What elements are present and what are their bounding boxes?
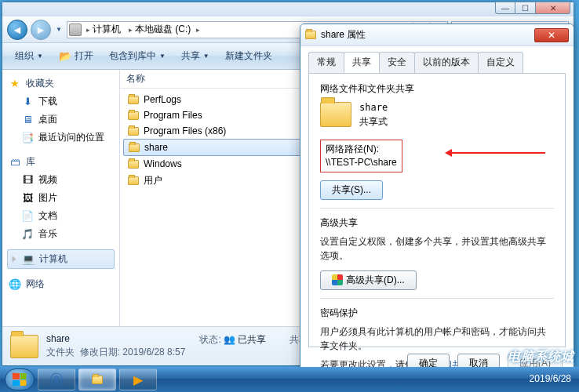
people-icon: 👥 [224,334,235,345]
music-icon: 🎵 [21,228,34,241]
close-button[interactable]: ✕ [536,2,570,14]
sidebar-item-recent[interactable]: 📑最近访问的位置 [7,129,115,147]
folder-icon [305,31,316,39]
tab-content-sharing: 网络文件和文件夹共享 share 共享式 网络路径(N): \\TEST-PC\… [308,73,566,347]
tab-security[interactable]: 安全 [379,52,415,73]
network-icon: 🌐 [9,278,21,291]
sidebar-item-desktop[interactable]: 🖥桌面 [7,111,115,129]
include-library-menu[interactable]: 包含到库中▼ [103,46,172,66]
network-path-label: 网络路径(N): [326,143,397,156]
details-name: share [46,333,185,344]
folder-icon [92,376,103,384]
share-name: share [359,100,388,114]
dialog-titlebar[interactable]: share 属性 ✕ [300,24,574,46]
recent-icon: 📑 [21,132,34,144]
tab-sharing[interactable]: 共享 [344,52,380,73]
libraries-header[interactable]: 🗃库 [7,153,115,171]
section-advanced-title: 高级共享 [320,216,554,230]
details-status-label: 状态: [199,334,220,345]
folder-icon [128,160,139,169]
new-folder-button[interactable]: 新建文件夹 [219,46,279,66]
taskbar-clock[interactable]: 2019/6/28 [530,374,574,384]
network-path-box: 网络路径(N): \\TEST-PC\share [320,140,402,172]
folder-icon [128,127,139,136]
share-menu[interactable]: 共享▼ [175,46,216,66]
breadcrumb-computer[interactable]: ▸计算机 [83,22,124,38]
share-button[interactable]: 共享(S)... [320,180,383,200]
annotation-arrow [451,152,545,154]
desktop-icon: 🖥 [21,114,34,126]
tab-general[interactable]: 常规 [308,52,344,73]
details-status-value: 已共享 [238,334,266,345]
details-type: 文件夹 [46,347,75,358]
breadcrumb-label: 计算机 [93,23,121,36]
tab-customize[interactable]: 自定义 [478,52,523,73]
sidebar-item-network[interactable]: 🌐网络 [7,275,115,293]
picture-icon: 🖼 [21,192,34,205]
taskbar-date: 2019/6/28 [530,374,571,384]
shield-icon [332,274,343,285]
share-folder-icon [320,102,351,127]
star-icon: ★ [9,78,21,90]
taskbar-app-media[interactable]: ▶ [119,368,157,390]
organize-menu[interactable]: 组织▼ [9,46,49,66]
download-icon: ⬇ [21,96,34,108]
minimize-button[interactable]: — [495,2,515,14]
sidebar-item-computer[interactable]: 💻计算机 [7,249,115,269]
favorites-header[interactable]: ★收藏夹 [7,74,115,93]
folder-icon [128,111,139,120]
dialog-title: share 属性 [321,28,366,42]
sidebar-item-music[interactable]: 🎵音乐 [7,225,115,243]
document-icon: 📄 [21,210,34,223]
breadcrumb-drive[interactable]: ▸本地磁盘 (C:)▸ [126,22,203,38]
library-icon: 🗃 [9,156,21,169]
sidebar-item-pictures[interactable]: 🖼图片 [7,189,115,207]
drive-icon [69,24,82,36]
details-mod-value: 2019/6/28 8:57 [122,347,185,358]
advanced-desc: 设置自定义权限，创建多个共享，并设置其他高级共享选项。 [320,234,554,263]
maximize-button[interactable]: ☐ [515,2,536,14]
section-password-title: 密码保护 [320,307,554,320]
taskbar-app-ie[interactable]: ⓔ [38,368,75,390]
details-mod-label: 修改日期: [80,347,120,358]
folder-icon [128,96,139,104]
back-button[interactable]: ◄ [7,20,27,40]
open-icon: 📂 [59,50,71,63]
history-dropdown[interactable]: ▼ [54,22,64,38]
advanced-sharing-button[interactable]: 高级共享(D)... [320,270,417,290]
taskbar: ⓔ ▶ 2019/6/28 [0,367,579,392]
window-controls: — ☐ ✕ [495,2,570,14]
dialog-close-button[interactable]: ✕ [534,28,569,42]
folder-icon [129,143,140,152]
breadcrumb-label: 本地磁盘 (C:) [135,23,191,36]
folder-icon-large [10,335,38,358]
computer-icon: 💻 [22,253,35,266]
tab-previous-versions[interactable]: 以前的版本 [414,52,479,73]
section-network-share-title: 网络文件和文件夹共享 [320,82,554,96]
watermark: 电脑系统城 [508,349,574,365]
explorer-titlebar[interactable]: — ☐ ✕ [2,2,574,16]
navigation-pane: ★收藏夹 ⬇下载 🖥桌面 📑最近访问的位置 🗃库 🎞视频 🖼图片 📄文档 🎵音乐… [2,70,120,326]
sidebar-item-videos[interactable]: 🎞视频 [7,171,115,189]
sidebar-item-downloads[interactable]: ⬇下载 [7,93,115,111]
properties-dialog: share 属性 ✕ 常规 共享 安全 以前的版本 自定义 网络文件和文件夹共享… [300,24,574,384]
expand-icon[interactable] [13,256,16,263]
taskbar-app-explorer[interactable] [78,368,116,390]
forward-button[interactable]: ► [31,20,51,40]
open-button[interactable]: 📂打开 [53,46,100,66]
sidebar-item-documents[interactable]: 📄文档 [7,207,115,225]
share-status: 共享式 [359,114,388,129]
start-button[interactable] [5,368,35,390]
network-path-value: \\TEST-PC\share [326,156,397,169]
video-icon: 🎞 [21,174,34,187]
windows-logo-icon [13,373,27,387]
tab-strip: 常规 共享 安全 以前的版本 自定义 [308,52,566,74]
folder-icon [128,176,139,185]
